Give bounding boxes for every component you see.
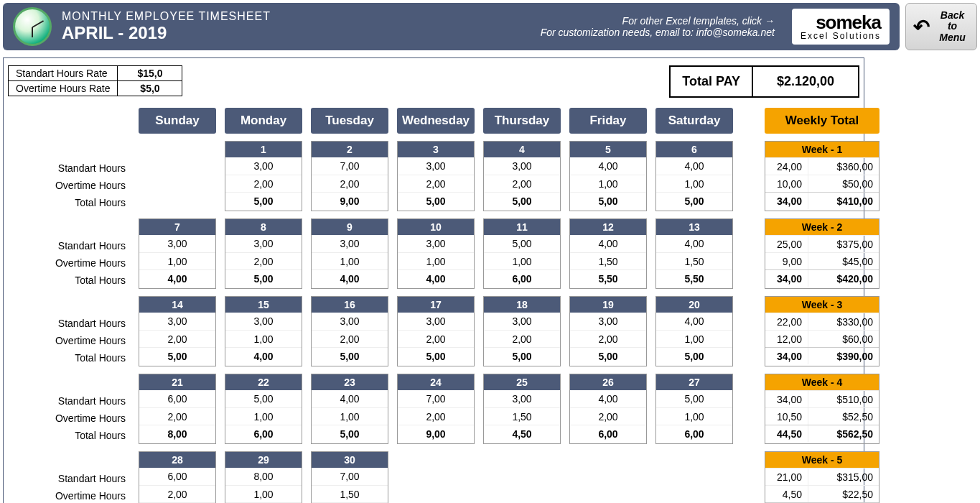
day-cell[interactable]: 286,002,008,00: [139, 451, 216, 503]
std-hours[interactable]: 3,00: [312, 313, 388, 330]
day-cell[interactable]: 204,001,005,00: [655, 296, 733, 366]
ot-hours[interactable]: 2,00: [225, 175, 302, 192]
ot-hours[interactable]: 1,50: [312, 485, 388, 502]
std-hours[interactable]: 7,00: [312, 157, 388, 175]
day-cell[interactable]: 43,002,005,00: [483, 141, 561, 211]
day-cell[interactable]: 225,001,006,00: [225, 374, 302, 444]
ot-hours[interactable]: 2,00: [139, 485, 215, 502]
day-cell[interactable]: 54,001,005,00: [569, 141, 647, 211]
day-header-wednesday: Wednesday: [397, 108, 475, 134]
total-hours: 4,00: [398, 269, 474, 287]
ot-hours[interactable]: 1,00: [225, 485, 302, 502]
day-cell[interactable]: 234,001,005,00: [311, 374, 388, 444]
day-cell[interactable]: 163,002,005,00: [311, 296, 388, 366]
day-header-thursday: Thursday: [483, 108, 561, 134]
ot-hours[interactable]: 1,00: [484, 252, 560, 269]
std-hours[interactable]: 4,00: [312, 390, 388, 407]
std-hours[interactable]: 5,00: [656, 390, 732, 407]
week-ot-row: 10,50$52,50: [765, 407, 879, 425]
day-cell[interactable]: 73,001,004,00: [139, 218, 216, 289]
std-hours[interactable]: 3,00: [398, 235, 474, 252]
day-cell[interactable]: 27,002,009,00: [311, 141, 388, 211]
ot-hours[interactable]: 2,00: [398, 407, 474, 425]
ot-hours[interactable]: 1,50: [570, 252, 646, 269]
ot-hours[interactable]: 2,00: [484, 330, 560, 347]
ot-hours[interactable]: 2,00: [139, 407, 215, 425]
back-to-menu-button[interactable]: ↶ Back to Menu: [905, 3, 977, 50]
day-cell[interactable]: 93,001,004,00: [311, 218, 388, 289]
std-hours[interactable]: 3,00: [484, 313, 560, 330]
std-hours[interactable]: 6,00: [139, 468, 215, 485]
ot-hours[interactable]: 2,00: [225, 252, 302, 269]
day-cell[interactable]: 193,002,005,00: [569, 296, 647, 366]
ot-hours[interactable]: 1,50: [656, 252, 732, 269]
ot-hours[interactable]: 1,50: [484, 407, 560, 425]
std-hours[interactable]: 8,00: [225, 468, 302, 485]
std-hours[interactable]: 5,00: [484, 235, 560, 252]
std-hours[interactable]: 3,00: [312, 235, 388, 252]
std-hours[interactable]: 7,00: [398, 390, 474, 407]
ot-hours[interactable]: 1,00: [656, 407, 732, 425]
std-hours[interactable]: 3,00: [484, 390, 560, 407]
ot-rate-value[interactable]: $5,0: [118, 81, 182, 96]
std-hours[interactable]: 3,00: [225, 157, 302, 175]
day-cell[interactable]: 115,001,006,00: [483, 218, 561, 289]
day-cell[interactable]: 173,002,005,00: [397, 296, 475, 366]
day-cell[interactable]: 253,001,504,50: [483, 374, 561, 444]
std-hours[interactable]: 4,00: [656, 313, 732, 330]
day-number: 4: [484, 142, 560, 157]
ot-hours[interactable]: 2,00: [570, 330, 646, 347]
std-hours[interactable]: 4,00: [656, 157, 732, 175]
ot-hours[interactable]: 1,00: [312, 407, 388, 425]
day-cell[interactable]: 103,001,004,00: [397, 218, 475, 289]
ot-hours[interactable]: 1,00: [225, 330, 302, 347]
ot-hours[interactable]: 1,00: [398, 252, 474, 269]
day-cell[interactable]: 183,002,005,00: [483, 296, 561, 366]
day-cell[interactable]: 216,002,008,00: [139, 374, 216, 444]
day-cell[interactable]: 143,002,005,00: [139, 296, 216, 366]
std-hours[interactable]: 6,00: [139, 390, 215, 407]
std-hours[interactable]: 4,00: [656, 235, 732, 252]
std-hours[interactable]: 4,00: [570, 235, 646, 252]
std-hours[interactable]: 3,00: [398, 313, 474, 330]
ot-hours[interactable]: 2,00: [139, 330, 215, 347]
std-hours[interactable]: 4,00: [570, 157, 646, 175]
ot-hours[interactable]: 1,00: [139, 252, 215, 269]
ot-hours[interactable]: 1,00: [656, 330, 732, 347]
day-cell[interactable]: 264,002,006,00: [569, 374, 647, 444]
std-hours[interactable]: 3,00: [225, 313, 302, 330]
day-cell[interactable]: 307,001,508,50: [311, 451, 388, 503]
std-rate-value[interactable]: $15,0: [118, 66, 182, 81]
ot-hours[interactable]: 2,00: [312, 330, 388, 347]
ot-hours[interactable]: 1,00: [312, 252, 388, 269]
std-hours[interactable]: 3,00: [484, 157, 560, 175]
std-hours[interactable]: 3,00: [398, 157, 474, 175]
std-hours[interactable]: 5,00: [225, 390, 302, 407]
day-cell[interactable]: 13,002,005,00: [225, 141, 302, 211]
ot-hours[interactable]: 1,00: [656, 175, 732, 192]
std-hours[interactable]: 3,00: [139, 235, 215, 252]
std-hours[interactable]: 7,00: [312, 468, 388, 485]
day-cell[interactable]: 33,002,005,00: [397, 141, 475, 211]
day-cell[interactable]: 134,001,505,50: [655, 218, 733, 289]
day-cell[interactable]: 275,001,006,00: [655, 374, 733, 444]
std-hours[interactable]: 4,00: [570, 390, 646, 407]
day-cell[interactable]: 247,002,009,00: [397, 374, 475, 444]
ot-hours[interactable]: 1,00: [570, 175, 646, 192]
day-cell[interactable]: 83,002,005,00: [225, 218, 302, 289]
day-cell[interactable]: 124,001,505,50: [569, 218, 647, 289]
std-hours[interactable]: 3,00: [139, 313, 215, 330]
day-cell[interactable]: 64,001,005,00: [655, 141, 733, 211]
total-hours: 5,00: [398, 347, 474, 364]
ot-hours[interactable]: 2,00: [398, 330, 474, 347]
day-cell[interactable]: 298,001,009,00: [225, 451, 302, 503]
ot-hours[interactable]: 2,00: [570, 407, 646, 425]
ot-hours[interactable]: 1,00: [225, 407, 302, 425]
day-cell[interactable]: 153,001,004,00: [225, 296, 302, 366]
std-hours[interactable]: 3,00: [225, 235, 302, 252]
day-number: 6: [656, 142, 732, 157]
ot-hours[interactable]: 2,00: [398, 175, 474, 192]
std-hours[interactable]: 3,00: [570, 313, 646, 330]
ot-hours[interactable]: 2,00: [484, 175, 560, 192]
ot-hours[interactable]: 2,00: [312, 175, 388, 192]
